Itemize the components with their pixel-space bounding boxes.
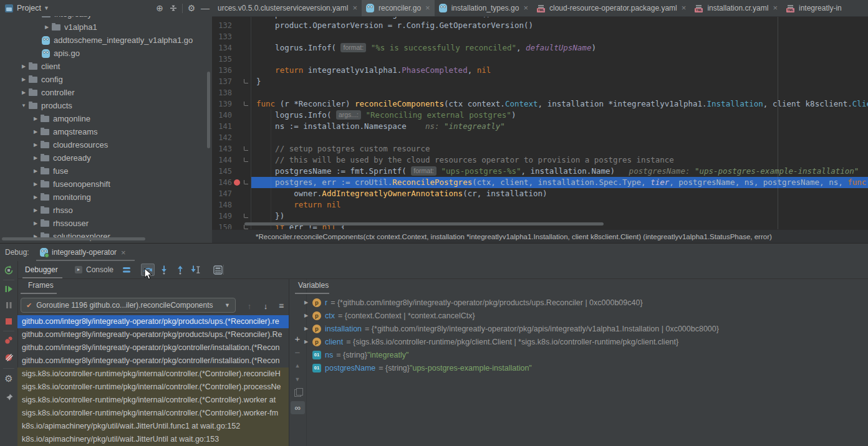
tree-item-rhsso[interactable]: ▶rhsso — [0, 204, 212, 217]
line-number[interactable]: 141 — [212, 121, 232, 132]
fold-gutter[interactable] — [242, 76, 251, 87]
breakpoint-gutter[interactable] — [232, 65, 242, 76]
gear-icon[interactable]: ⚙ — [185, 1, 198, 15]
fold-marker-icon[interactable] — [244, 158, 248, 162]
fold-gutter[interactable] — [242, 211, 251, 222]
breakpoint-gutter[interactable] — [232, 87, 242, 98]
tree-collapsed-arrow-icon[interactable]: ▶ — [19, 64, 29, 69]
evaluate-expression-icon[interactable] — [211, 263, 224, 276]
line-number[interactable]: 142 — [212, 132, 232, 143]
fold-gutter[interactable] — [242, 98, 251, 110]
frame-row[interactable]: github.com/integr8ly/integreatly-operato… — [17, 341, 289, 354]
rerun-icon[interactable] — [2, 264, 15, 277]
line-number[interactable]: 132 — [212, 20, 232, 31]
tree-item-integreatly[interactable]: ▼integreatly — [0, 16, 212, 21]
breakpoint-gutter[interactable] — [232, 211, 242, 222]
view-breakpoints-icon[interactable] — [2, 334, 15, 346]
expand-arrow-icon[interactable]: ▶ — [302, 339, 311, 344]
tree-item-rhssouser[interactable]: ▶rhssouser — [0, 217, 212, 230]
line-number[interactable]: 150 — [212, 222, 232, 229]
fold-gutter[interactable] — [242, 31, 251, 42]
line-number[interactable]: 146 — [212, 177, 232, 188]
run-to-cursor-icon[interactable] — [190, 263, 203, 276]
editor-tab-integreatly-in[interactable]: integreatly-in — [782, 0, 847, 16]
breakpoint-gutter[interactable] — [232, 199, 242, 211]
frame-row[interactable]: k8s.io/apimachinery/pkg/util/wait.Jitter… — [17, 420, 289, 433]
frames-panel-title[interactable]: Frames — [28, 281, 54, 290]
resume-icon[interactable] — [2, 283, 15, 295]
variable-ctx[interactable]: ▶pctx= {context.Context | *context.cance… — [302, 309, 868, 322]
expand-arrow-icon[interactable]: ▶ — [302, 300, 311, 305]
variable-client[interactable]: ▶pclient= {sigs.k8s.io/controller-runtim… — [302, 335, 868, 348]
fold-gutter[interactable] — [242, 132, 251, 143]
line-number[interactable]: 145 — [212, 166, 232, 177]
line-number[interactable]: 138 — [212, 87, 232, 98]
mute-breakpoints-icon[interactable] — [2, 351, 15, 364]
breakpoint-gutter[interactable] — [232, 132, 242, 143]
close-session-icon[interactable]: × — [121, 248, 126, 257]
fold-gutter[interactable] — [242, 65, 251, 76]
frame-row[interactable]: github.com/integr8ly/integreatly-operato… — [17, 328, 289, 341]
project-panel-title[interactable]: Project — [17, 4, 41, 12]
project-horizontal-scrollbar[interactable] — [2, 237, 145, 240]
tree-item-cloudresources[interactable]: ▶cloudresources — [0, 138, 212, 151]
fold-gutter[interactable] — [242, 143, 251, 154]
breakpoint-icon[interactable] — [234, 179, 240, 186]
frame-row[interactable]: github.com/integr8ly/integreatly-operato… — [17, 315, 289, 328]
line-number[interactable]: 144 — [212, 154, 232, 166]
line-number[interactable]: 136 — [212, 65, 232, 76]
expand-arrow-icon[interactable]: ▶ — [302, 313, 311, 318]
tree-collapsed-arrow-icon[interactable]: ▶ — [31, 168, 41, 174]
editor-tab-reconciler.go[interactable]: reconciler.go× — [362, 0, 435, 16]
frame-row[interactable]: k8s.io/apimachinery/pkg/util/wait.Jitter… — [17, 433, 289, 446]
expand-arrow-icon[interactable]: ▶ — [302, 326, 311, 331]
tab-debugger[interactable]: Debugger — [25, 261, 58, 278]
pin-icon[interactable] — [2, 391, 15, 404]
tree-collapsed-arrow-icon[interactable]: ▶ — [31, 221, 41, 226]
line-number[interactable]: 143 — [212, 143, 232, 154]
fold-gutter[interactable] — [242, 110, 251, 121]
tree-item-solutionexplorer[interactable]: ▶solutionexplorer — [0, 230, 212, 243]
fold-gutter[interactable] — [242, 177, 251, 188]
line-number[interactable]: 137 — [212, 76, 232, 87]
tree-item-addtoscheme_integreatly_v1alpha1.go[interactable]: addtoscheme_integreatly_v1alpha1.go — [0, 34, 212, 47]
fold-marker-icon[interactable] — [244, 146, 248, 151]
tree-collapsed-arrow-icon[interactable]: ▶ — [31, 116, 41, 121]
line-number[interactable]: 133 — [212, 31, 232, 42]
breakpoint-gutter[interactable] — [232, 222, 242, 229]
line-number[interactable]: 139 — [212, 98, 232, 110]
variable-installation[interactable]: ▶pinstallation= {*github.com/integr8ly/i… — [302, 322, 868, 335]
tree-item-config[interactable]: ▶config — [0, 73, 212, 86]
close-tab-icon[interactable]: × — [682, 5, 687, 11]
tree-item-v1alpha1[interactable]: ▶v1alpha1 — [0, 21, 212, 34]
fold-marker-icon[interactable] — [244, 79, 248, 83]
tree-collapsed-arrow-icon[interactable]: ▶ — [31, 207, 41, 213]
fold-gutter[interactable] — [242, 199, 251, 211]
tree-item-apis.go[interactable]: apis.go — [0, 47, 212, 60]
frame-row[interactable]: sigs.k8s.io/controller-runtime/pkg/inter… — [17, 394, 289, 407]
code-editor[interactable]: 131 product.Version = r.Config.GetProduc… — [212, 16, 868, 229]
breakpoint-gutter[interactable] — [232, 54, 242, 65]
tree-collapsed-arrow-icon[interactable]: ▶ — [31, 129, 41, 135]
close-tab-icon[interactable]: × — [352, 5, 357, 11]
thread-selector[interactable]: ✔ Goroutine 1196 github.co...iler).recon… — [21, 298, 236, 313]
breakpoint-gutter[interactable] — [232, 42, 242, 54]
line-number[interactable]: 134 — [212, 42, 232, 54]
step-out-icon[interactable] — [173, 263, 187, 276]
collapse-all-icon[interactable] — [166, 1, 180, 15]
breakpoint-gutter[interactable] — [232, 110, 242, 121]
tree-item-client[interactable]: ▶client — [0, 60, 212, 73]
tree-item-products[interactable]: ▼products — [0, 99, 212, 112]
tree-expanded-arrow-icon[interactable]: ▼ — [19, 103, 29, 108]
breakpoint-gutter[interactable] — [232, 143, 242, 154]
tree-item-monitoring[interactable]: ▶monitoring — [0, 191, 212, 204]
fold-marker-icon[interactable] — [244, 214, 248, 218]
previous-frame-icon[interactable]: ↑ — [243, 300, 256, 312]
fold-gutter[interactable] — [242, 87, 251, 98]
breakpoint-gutter[interactable] — [232, 166, 242, 177]
tree-collapsed-arrow-icon[interactable]: ▶ — [42, 24, 52, 30]
tree-item-controller[interactable]: ▶controller — [0, 86, 212, 99]
editor-tab-installation.cr.yaml[interactable]: installation.cr.yaml× — [690, 0, 782, 16]
variables-panel-title[interactable]: Variables — [298, 281, 329, 290]
pause-icon[interactable] — [2, 299, 15, 311]
